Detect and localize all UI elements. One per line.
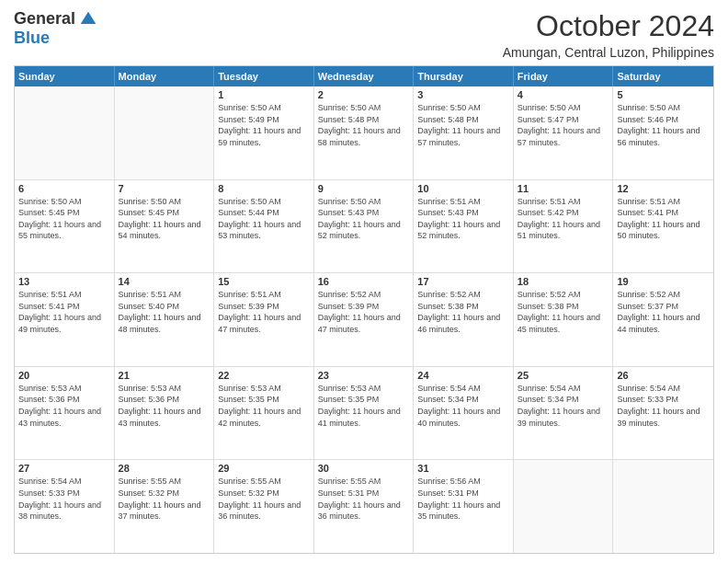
cell-info-line: Sunrise: 5:52 AM: [518, 289, 609, 301]
cell-info-line: Daylight: 11 hours and 43 minutes.: [119, 406, 210, 429]
month-title: October 2024: [503, 9, 714, 43]
location: Amungan, Central Luzon, Philippines: [503, 45, 714, 60]
cell-info-line: Sunset: 5:31 PM: [417, 488, 509, 500]
cal-cell: 5Sunrise: 5:50 AMSunset: 5:46 PMDaylight…: [613, 86, 713, 179]
cal-cell: 10Sunrise: 5:51 AMSunset: 5:43 PMDayligh…: [414, 180, 514, 273]
cal-cell: [115, 86, 215, 179]
day-number: 10: [417, 183, 509, 194]
cell-info-line: Daylight: 11 hours and 54 minutes.: [119, 219, 210, 242]
cell-info-line: Daylight: 11 hours and 51 minutes.: [518, 219, 609, 242]
cell-info-line: Sunset: 5:45 PM: [119, 207, 210, 219]
cell-info-line: Daylight: 11 hours and 46 minutes.: [417, 312, 509, 335]
cell-info-line: Daylight: 11 hours and 35 minutes.: [417, 500, 509, 523]
cell-info-line: Sunrise: 5:50 AM: [318, 102, 410, 114]
cal-header-tuesday: Tuesday: [214, 66, 314, 86]
cal-cell: 16Sunrise: 5:52 AMSunset: 5:39 PMDayligh…: [314, 273, 415, 366]
cell-info-line: Daylight: 11 hours and 52 minutes.: [318, 219, 410, 242]
cell-info-line: Sunset: 5:41 PM: [18, 301, 110, 313]
cal-header-monday: Monday: [115, 66, 215, 86]
cell-info-line: Daylight: 11 hours and 53 minutes.: [218, 219, 310, 242]
cell-info-line: Sunset: 5:38 PM: [417, 301, 509, 313]
logo-general-text: General: [14, 9, 75, 29]
cal-header-sunday: Sunday: [15, 66, 115, 86]
day-number: 1: [218, 89, 310, 100]
cell-info-line: Sunrise: 5:51 AM: [518, 196, 609, 208]
cell-info-line: Daylight: 11 hours and 48 minutes.: [119, 312, 210, 335]
cal-cell: [613, 460, 713, 553]
cell-info-line: Daylight: 11 hours and 39 minutes.: [617, 406, 710, 429]
cell-info-line: Sunrise: 5:54 AM: [417, 383, 509, 395]
day-number: 30: [318, 463, 410, 474]
cell-info-line: Sunset: 5:32 PM: [119, 488, 210, 500]
day-number: 15: [218, 276, 310, 287]
calendar: SundayMondayTuesdayWednesdayThursdayFrid…: [14, 65, 714, 554]
cell-info-line: Daylight: 11 hours and 55 minutes.: [18, 219, 110, 242]
cell-info-line: Sunrise: 5:53 AM: [18, 383, 110, 395]
cell-info-line: Sunrise: 5:50 AM: [218, 196, 310, 208]
cell-info-line: Sunrise: 5:54 AM: [518, 383, 609, 395]
cell-info-line: Sunrise: 5:54 AM: [617, 383, 710, 395]
day-number: 19: [617, 276, 710, 287]
cal-cell: 18Sunrise: 5:52 AMSunset: 5:38 PMDayligh…: [514, 273, 614, 366]
cal-cell: [15, 86, 115, 179]
cal-cell: 14Sunrise: 5:51 AMSunset: 5:40 PMDayligh…: [115, 273, 215, 366]
svg-marker-0: [81, 11, 97, 23]
cal-cell: 2Sunrise: 5:50 AMSunset: 5:48 PMDaylight…: [314, 86, 415, 179]
cell-info-line: Sunrise: 5:52 AM: [617, 289, 710, 301]
calendar-header: SundayMondayTuesdayWednesdayThursdayFrid…: [15, 66, 713, 86]
cell-info-line: Sunset: 5:33 PM: [617, 394, 710, 406]
day-number: 6: [18, 183, 110, 194]
cell-info-line: Daylight: 11 hours and 36 minutes.: [318, 500, 410, 523]
cell-info-line: Daylight: 11 hours and 40 minutes.: [417, 406, 509, 429]
cell-info-line: Sunset: 5:34 PM: [518, 394, 609, 406]
day-number: 20: [18, 370, 110, 381]
day-number: 24: [417, 370, 509, 381]
cal-week-3: 20Sunrise: 5:53 AMSunset: 5:36 PMDayligh…: [15, 367, 713, 461]
cell-info-line: Sunrise: 5:50 AM: [218, 102, 310, 114]
calendar-body: 1Sunrise: 5:50 AMSunset: 5:49 PMDaylight…: [15, 86, 713, 553]
cell-info-line: Sunset: 5:43 PM: [318, 207, 410, 219]
cell-info-line: Sunset: 5:47 PM: [518, 114, 609, 126]
cell-info-line: Sunset: 5:46 PM: [617, 114, 710, 126]
cell-info-line: Sunset: 5:35 PM: [218, 394, 310, 406]
day-number: 9: [318, 183, 410, 194]
cell-info-line: Sunset: 5:40 PM: [119, 301, 210, 313]
cell-info-line: Sunrise: 5:53 AM: [218, 383, 310, 395]
cell-info-line: Sunset: 5:35 PM: [318, 394, 410, 406]
cell-info-line: Sunrise: 5:50 AM: [318, 196, 410, 208]
day-number: 14: [119, 276, 210, 287]
cell-info-line: Daylight: 11 hours and 50 minutes.: [617, 219, 710, 242]
day-number: 23: [318, 370, 410, 381]
cal-header-thursday: Thursday: [414, 66, 514, 86]
cell-info-line: Sunrise: 5:55 AM: [218, 476, 310, 488]
cal-cell: 23Sunrise: 5:53 AMSunset: 5:35 PMDayligh…: [314, 367, 415, 460]
day-number: 29: [218, 463, 310, 474]
cell-info-line: Sunset: 5:49 PM: [218, 114, 310, 126]
cell-info-line: Sunrise: 5:51 AM: [18, 289, 110, 301]
cell-info-line: Daylight: 11 hours and 52 minutes.: [417, 219, 509, 242]
cal-cell: 25Sunrise: 5:54 AMSunset: 5:34 PMDayligh…: [514, 367, 614, 460]
cell-info-line: Sunset: 5:41 PM: [617, 207, 710, 219]
cal-cell: 19Sunrise: 5:52 AMSunset: 5:37 PMDayligh…: [613, 273, 713, 366]
cal-cell: 1Sunrise: 5:50 AMSunset: 5:49 PMDaylight…: [214, 86, 314, 179]
cell-info-line: Daylight: 11 hours and 58 minutes.: [318, 125, 410, 148]
cell-info-line: Daylight: 11 hours and 47 minutes.: [318, 312, 410, 335]
cal-cell: 17Sunrise: 5:52 AMSunset: 5:38 PMDayligh…: [414, 273, 514, 366]
cell-info-line: Sunset: 5:42 PM: [518, 207, 609, 219]
cell-info-line: Sunset: 5:48 PM: [417, 114, 509, 126]
cell-info-line: Sunrise: 5:53 AM: [119, 383, 210, 395]
cell-info-line: Daylight: 11 hours and 45 minutes.: [518, 312, 609, 335]
cell-info-line: Sunset: 5:36 PM: [18, 394, 110, 406]
cell-info-line: Sunrise: 5:50 AM: [518, 102, 609, 114]
cell-info-line: Sunrise: 5:56 AM: [417, 476, 509, 488]
title-section: October 2024 Amungan, Central Luzon, Phi…: [503, 9, 714, 60]
day-number: 2: [318, 89, 410, 100]
cell-info-line: Sunrise: 5:51 AM: [218, 289, 310, 301]
cell-info-line: Daylight: 11 hours and 38 minutes.: [18, 500, 110, 523]
cal-cell: 30Sunrise: 5:55 AMSunset: 5:31 PMDayligh…: [314, 460, 415, 553]
cal-cell: 6Sunrise: 5:50 AMSunset: 5:45 PMDaylight…: [15, 180, 115, 273]
day-number: 26: [617, 370, 710, 381]
day-number: 28: [119, 463, 210, 474]
cell-info-line: Sunrise: 5:53 AM: [318, 383, 410, 395]
day-number: 8: [218, 183, 310, 194]
